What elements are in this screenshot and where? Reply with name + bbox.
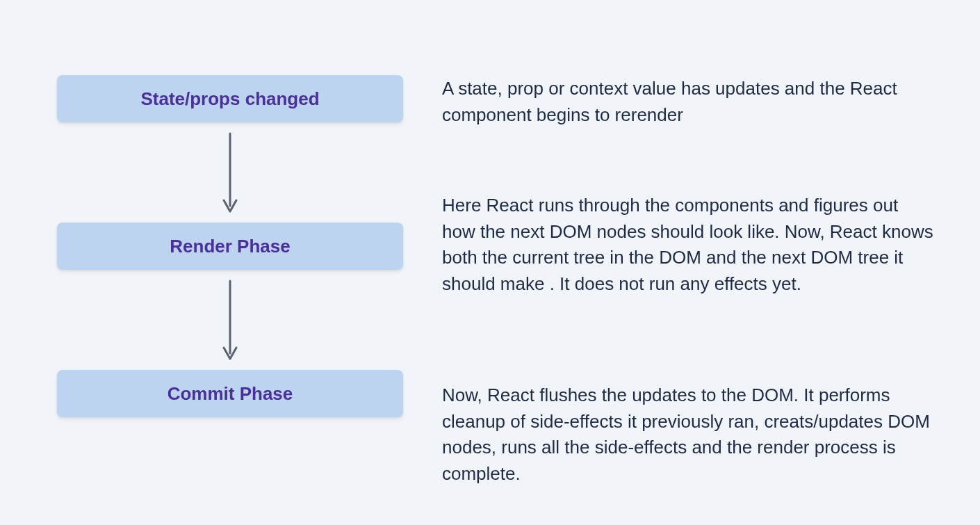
diagram-canvas: State/props changed Render Phase Commit … [0,0,980,525]
node-render-phase: Render Phase [57,223,403,270]
node-state-props-changed: State/props changed [57,75,403,122]
node-commit-phase: Commit Phase [57,370,403,417]
node-label: Render Phase [170,236,290,257]
arrow-down-icon [221,278,239,362]
description-commit-phase: Now, React flushes the updates to the DO… [442,382,936,487]
node-label: Commit Phase [168,383,293,405]
node-label: State/props changed [140,88,319,110]
arrow-down-icon [221,131,239,214]
description-state-props: A state, prop or context value has updat… [442,76,936,128]
description-render-phase: Here React runs through the components a… [442,193,936,298]
